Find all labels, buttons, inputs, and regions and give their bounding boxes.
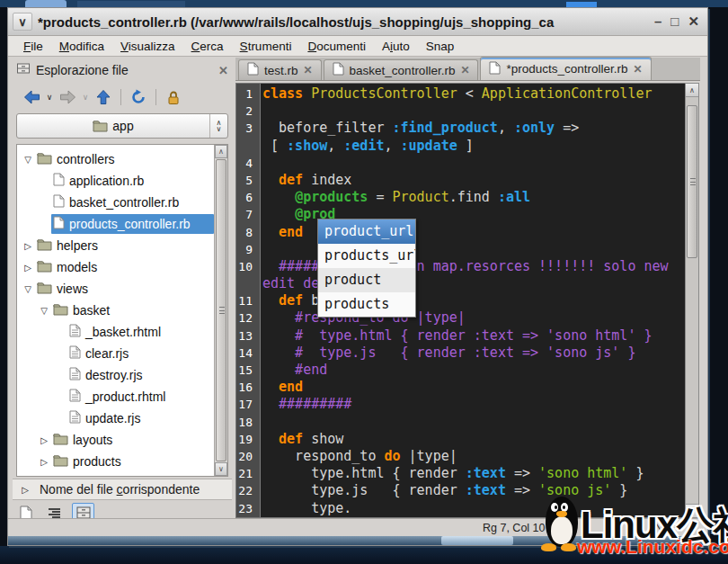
scroll-down-icon[interactable]: ∨: [215, 462, 227, 476]
tab-close-icon[interactable]: ✕: [634, 63, 643, 76]
menu-snap[interactable]: Snap: [418, 38, 463, 55]
desktop-top-strip: [0, 0, 728, 7]
titlebar[interactable]: ∨ *products_controller.rb (/var/www/rail…: [8, 8, 707, 36]
menu-cerca[interactable]: Cerca: [183, 38, 232, 55]
expander-icon[interactable]: ▷: [21, 263, 35, 273]
window-menu-button[interactable]: ∨: [13, 13, 32, 31]
line-number: 21: [236, 465, 257, 482]
panel-close-icon[interactable]: ✕: [218, 64, 228, 77]
line-number: 7: [236, 206, 257, 223]
file-icon: [69, 345, 81, 362]
scroll-up-icon[interactable]: ∧: [215, 145, 227, 158]
tree-item-products[interactable]: ▷products: [17, 451, 214, 472]
tree-item-basket[interactable]: ▽basket: [17, 300, 214, 321]
code-line: 10 ###### definiti in map.resorces !!!!!…: [236, 258, 685, 275]
menu-visualizza[interactable]: Visualizza: [112, 38, 183, 55]
menu-documenti[interactable]: Documenti: [299, 38, 374, 55]
completion-item-product[interactable]: product: [318, 268, 415, 292]
code-line: 11 def basket: [236, 292, 685, 309]
file-icon: [53, 173, 65, 189]
document-icon: [247, 62, 259, 78]
forward-button[interactable]: [56, 85, 79, 109]
expander-icon[interactable]: ▽: [21, 284, 35, 294]
line-number: 18: [236, 414, 257, 431]
combo-spinner[interactable]: ∧∨: [209, 114, 227, 138]
back-dropdown-icon[interactable]: ∨: [43, 85, 56, 109]
scroll-up-icon[interactable]: ∧: [686, 84, 698, 97]
minimize-button[interactable]: –: [654, 13, 661, 31]
line-number: 22: [236, 482, 257, 499]
tree-scrollbar-thumb[interactable]: [216, 159, 226, 461]
completion-item-product-url[interactable]: product_url: [318, 219, 415, 244]
tree-item-products-controller-rb[interactable]: products_controller.rb: [17, 213, 214, 235]
line-number: [236, 275, 257, 292]
forward-dropdown-icon[interactable]: ∨: [79, 85, 92, 109]
file-icon: [69, 389, 81, 405]
line-number: 3: [236, 120, 257, 137]
menu-aiuto[interactable]: Aiuto: [374, 38, 418, 55]
tree-item-update-rjs[interactable]: update.rjs: [17, 407, 214, 429]
editor-scrollbar[interactable]: ∧ ∨: [685, 83, 699, 518]
line-number: 13: [236, 327, 257, 345]
code-line: [ :show, :edit, :update ]: [236, 138, 685, 155]
tree-scrollbar[interactable]: ∧ ∨: [214, 145, 227, 476]
menu-file[interactable]: File: [15, 38, 51, 55]
expander-icon[interactable]: ▷: [21, 241, 35, 251]
line-number: 17: [236, 396, 257, 413]
tab-basket-controller-rb[interactable]: basket_controller.rb✕: [324, 59, 479, 80]
tree-item-views[interactable]: ▽views: [17, 278, 214, 300]
tab-label: basket_controller.rb: [350, 64, 456, 77]
tab-products-controller-rb[interactable]: *products_controller.rb✕: [480, 57, 651, 80]
lock-icon[interactable]: [162, 85, 185, 109]
folder-icon: [93, 120, 108, 132]
tab-close-icon[interactable]: ✕: [304, 64, 313, 76]
menubar: FileModificaVisualizzaCercaStrumentiDocu…: [8, 36, 707, 57]
tree-item-basket-controller-rb[interactable]: basket_controller.rb: [17, 192, 214, 213]
expander-icon[interactable]: ▷: [37, 435, 51, 445]
code-line: 20 respond_to do |type|: [236, 448, 685, 465]
line-number: 12: [236, 309, 257, 327]
file-icon: [69, 324, 81, 340]
tree-item-basket-rhtml[interactable]: _basket.rhtml: [17, 321, 214, 343]
menu-modifica[interactable]: Modifica: [51, 38, 112, 55]
code-line: 4: [236, 155, 685, 172]
tree-item-helpers[interactable]: ▷helpers: [17, 235, 214, 256]
maximize-button[interactable]: □: [670, 13, 679, 31]
editor-scrollbar-thumb[interactable]: [687, 105, 697, 258]
tree-item-label: clear.rjs: [85, 346, 129, 361]
tree-item-application-rb[interactable]: application.rb: [17, 170, 214, 192]
tab-close-icon[interactable]: ✕: [460, 64, 469, 76]
code-line: 3 before_filter :find_product, :only =>: [236, 120, 685, 137]
tree-item-layouts[interactable]: ▷layouts: [17, 429, 214, 451]
tux-penguin-logo: [536, 497, 588, 552]
tree-item-product-rhtml[interactable]: _product.rhtml: [17, 386, 214, 407]
code-editor[interactable]: 1class ProductsController < ApplicationC…: [235, 83, 685, 518]
close-button[interactable]: ✕: [688, 13, 699, 31]
expander-icon[interactable]: ▷: [18, 485, 32, 495]
expander-icon[interactable]: ▽: [21, 155, 35, 165]
code-line: 6 @products = Product.find :all: [236, 189, 685, 206]
code-line: 12 #respond_to do |type|: [236, 309, 685, 327]
refresh-button[interactable]: [127, 85, 150, 109]
tree-item-controllers[interactable]: ▽controllers: [17, 148, 214, 170]
completion-item-products[interactable]: products: [318, 292, 415, 317]
tree-item-label: controllers: [57, 152, 115, 166]
line-number: 5: [236, 172, 257, 189]
folder-icon: [37, 238, 52, 254]
tree-item-destroy-rjs[interactable]: destroy.rjs: [17, 364, 214, 386]
back-button[interactable]: [20, 85, 43, 109]
folder-icon: [37, 260, 52, 275]
matching-filename-section[interactable]: ▷ Nome del file corrispondente: [13, 479, 232, 500]
up-button[interactable]: [92, 85, 115, 109]
tree-item-models[interactable]: ▷models: [17, 256, 214, 278]
completion-item-products-url[interactable]: products_url: [318, 244, 415, 268]
location-combobox[interactable]: app ∧∨: [16, 113, 228, 139]
tree-item-clear-rjs[interactable]: clear.rjs: [17, 343, 214, 364]
code-completion-popup: product_urlproducts_urlproductproducts: [317, 219, 416, 318]
expander-icon[interactable]: ▷: [37, 457, 51, 467]
menu-strumenti[interactable]: Strumenti: [232, 38, 300, 55]
tree-item-label: views: [57, 282, 88, 296]
expander-icon[interactable]: ▽: [37, 306, 51, 316]
folder-icon: [53, 303, 68, 318]
tab-test-rb[interactable]: test.rb✕: [238, 59, 322, 80]
